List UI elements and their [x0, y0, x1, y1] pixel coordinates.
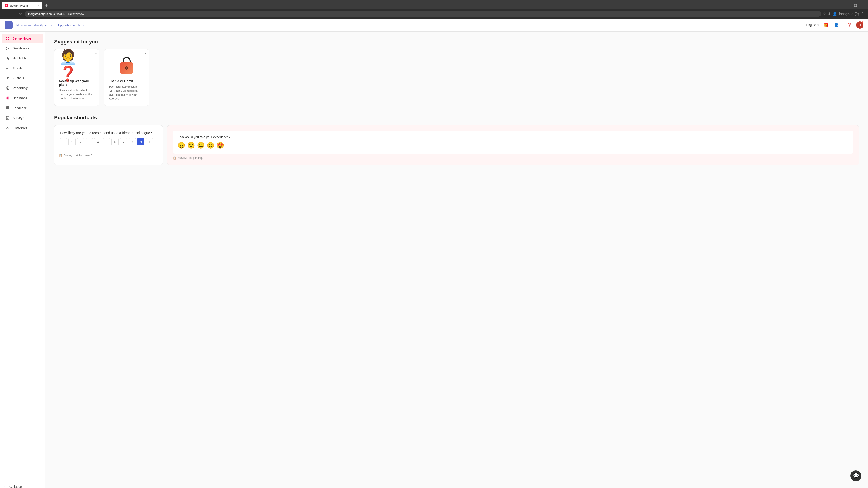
- nps-subtitle: Survey: Net Promoter S...: [64, 154, 95, 157]
- sidebar-item-trends[interactable]: Trends: [2, 64, 43, 73]
- rating-subtitle: Survey: Emoji rating...: [178, 156, 204, 160]
- help-icon[interactable]: ❓: [846, 22, 852, 29]
- emoji-neutral[interactable]: 😐: [197, 142, 205, 149]
- nps-scale: 0 1 2 3 4 5 6 7 8 9 10: [60, 138, 157, 145]
- dropdown-icon: ▾: [51, 24, 53, 27]
- sidebar-item-surveys-label: Surveys: [13, 116, 24, 120]
- nav-bar: ← → ↻ ☆ ⬇ 👤 Incognito (2) ⋮: [0, 9, 868, 19]
- sidebar-item-heatmaps-label: Heatmaps: [13, 96, 27, 100]
- nav-back-button[interactable]: ←: [4, 11, 9, 17]
- collapse-arrow-icon: ←: [4, 485, 7, 488]
- bookmark-icon[interactable]: ☆: [823, 12, 826, 16]
- sidebar-item-funnels[interactable]: Funnels: [2, 74, 43, 83]
- sidebar-item-highlights-label: Highlights: [13, 57, 26, 60]
- nps-0[interactable]: 0: [60, 138, 67, 145]
- nps-2[interactable]: 2: [77, 138, 84, 145]
- lock-body: [120, 62, 133, 74]
- window-close-button[interactable]: ×: [860, 3, 866, 8]
- sidebar-item-trends-label: Trends: [13, 66, 22, 70]
- sidebar-item-feedback-label: Feedback: [13, 106, 26, 110]
- nps-4[interactable]: 4: [94, 138, 101, 145]
- rating-inner: How would you rate your experience? 😠 🙁 …: [173, 131, 853, 154]
- svg-rect-5: [8, 39, 9, 40]
- shopify-logo: S: [4, 21, 13, 29]
- incognito-button[interactable]: Incognito (2): [839, 12, 859, 16]
- nps-9[interactable]: 9: [137, 138, 145, 145]
- main-content: Suggested for you × 🧑‍💼❓ Need help with …: [45, 32, 868, 488]
- sidebar-item-interviews[interactable]: Interviews: [2, 123, 43, 132]
- emoji-row: 😠 🙁 😐 🙂 😍: [178, 142, 849, 149]
- help-plan-card: × 🧑‍💼❓ Need help with your plan? Book a …: [54, 49, 99, 106]
- rating-shortcut-card: How would you rate your experience? 😠 🙁 …: [167, 125, 859, 165]
- browser-chrome: H Setup - Hotjar × + — ❐ × ← → ↻ ☆ ⬇ 👤 I…: [0, 0, 868, 19]
- collapse-button[interactable]: ← Collapse: [0, 483, 45, 488]
- tab-close-btn[interactable]: ×: [38, 4, 40, 7]
- window-maximize-button[interactable]: ❐: [852, 3, 860, 8]
- svg-rect-3: [8, 37, 9, 38]
- sidebar-item-heatmaps[interactable]: Heatmaps: [2, 94, 43, 103]
- admin-url[interactable]: https://admin.shopify.com/ ▾: [16, 24, 53, 27]
- new-tab-button[interactable]: +: [43, 2, 50, 9]
- nps-5[interactable]: 5: [103, 138, 110, 145]
- svg-point-22: [7, 127, 8, 128]
- profile-icon[interactable]: 👤: [833, 12, 837, 16]
- download-icon[interactable]: ⬇: [828, 12, 831, 16]
- nav-actions: ☆ ⬇ 👤 Incognito (2) ⋮: [823, 12, 864, 16]
- sidebar-item-setup[interactable]: Set up Hotjar: [2, 34, 43, 43]
- address-bar[interactable]: [25, 11, 821, 17]
- sidebar-item-interviews-label: Interviews: [13, 126, 27, 130]
- help-plan-card-close[interactable]: ×: [95, 52, 97, 56]
- svg-rect-2: [6, 37, 7, 38]
- heatmaps-icon: [5, 96, 10, 100]
- sidebar-item-highlights[interactable]: Highlights: [2, 54, 43, 63]
- recordings-icon: [5, 86, 10, 90]
- sidebar-item-funnels-label: Funnels: [13, 76, 24, 80]
- feedback-icon: [5, 106, 10, 110]
- sidebar-item-recordings[interactable]: Recordings: [2, 84, 43, 93]
- emoji-happy[interactable]: 🙂: [207, 142, 215, 149]
- upgrade-plans-link[interactable]: Upgrade your plans: [58, 24, 84, 27]
- tab-title: Setup - Hotjar: [10, 4, 28, 7]
- suggested-title: Suggested for you: [54, 39, 859, 45]
- nps-subtitle-icon: 📋: [59, 154, 62, 157]
- help-plan-card-desc: Book a call with Sales to discuss your n…: [59, 88, 95, 101]
- tab-favicon: H: [4, 4, 8, 7]
- nps-8[interactable]: 8: [129, 138, 136, 145]
- sidebar-item-feedback[interactable]: Feedback: [2, 103, 43, 112]
- emoji-sad[interactable]: 🙁: [187, 142, 195, 149]
- lock-hole: [125, 66, 128, 70]
- svg-rect-8: [8, 48, 9, 50]
- sidebar-item-dashboards[interactable]: Dashboards: [2, 44, 43, 53]
- nps-10[interactable]: 10: [146, 138, 153, 145]
- svg-rect-16: [6, 106, 9, 109]
- lock-shackle: [123, 57, 131, 62]
- enable-2fa-card-close[interactable]: ×: [145, 52, 147, 56]
- svg-rect-6: [6, 47, 7, 48]
- emoji-love[interactable]: 😍: [216, 142, 224, 149]
- svg-rect-4: [6, 39, 7, 40]
- avatar[interactable]: H: [856, 22, 864, 29]
- sidebar-item-surveys[interactable]: Surveys: [2, 113, 43, 123]
- nps-6[interactable]: 6: [112, 138, 119, 145]
- nps-3[interactable]: 3: [86, 138, 93, 145]
- language-selector[interactable]: English ▾: [806, 23, 819, 27]
- add-user-icon[interactable]: 👤+: [833, 22, 842, 29]
- menu-icon[interactable]: ⋮: [861, 12, 864, 16]
- lock-illustration: [120, 57, 133, 74]
- setup-icon: [5, 36, 10, 41]
- gift-icon[interactable]: 🎁: [823, 22, 829, 29]
- svg-rect-7: [8, 47, 9, 47]
- nps-1[interactable]: 1: [68, 138, 76, 145]
- rating-question: How would you rate your experience?: [178, 135, 849, 139]
- trends-icon: [5, 66, 10, 70]
- chat-bubble[interactable]: 💬: [850, 470, 861, 481]
- nav-refresh-button[interactable]: ↻: [18, 11, 23, 17]
- suggested-cards-row: × 🧑‍💼❓ Need help with your plan? Book a …: [54, 49, 859, 106]
- window-minimize-button[interactable]: —: [844, 3, 851, 8]
- emoji-angry[interactable]: 😠: [178, 142, 185, 149]
- svg-marker-17: [7, 109, 8, 109]
- active-tab[interactable]: H Setup - Hotjar ×: [2, 2, 42, 9]
- nav-forward-button[interactable]: →: [11, 11, 16, 17]
- nps-7[interactable]: 7: [120, 138, 127, 145]
- dashboard-icon: [5, 46, 10, 51]
